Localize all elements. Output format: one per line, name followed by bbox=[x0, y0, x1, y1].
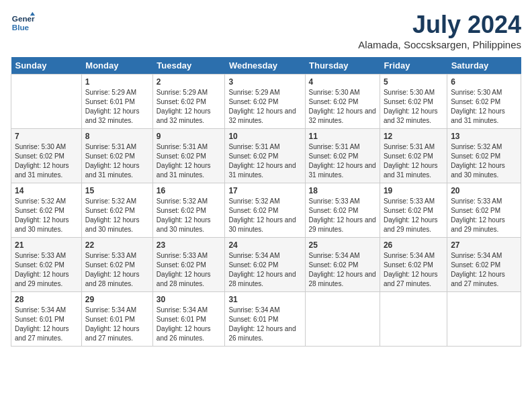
day-number: 24 bbox=[228, 240, 301, 250]
sunrise: Sunrise: 5:31 AM bbox=[384, 143, 435, 150]
day-cell: 3 Sunrise: 5:29 AM Sunset: 6:02 PM Dayli… bbox=[225, 75, 305, 129]
sunrise: Sunrise: 5:34 AM bbox=[228, 252, 279, 259]
sunset: Sunset: 6:02 PM bbox=[15, 152, 64, 160]
day-cell: 6 Sunrise: 5:30 AM Sunset: 6:02 PM Dayli… bbox=[447, 75, 521, 129]
day-number: 5 bbox=[384, 77, 443, 87]
day-cell: 22 Sunrise: 5:33 AM Sunset: 6:02 PM Dayl… bbox=[81, 238, 152, 292]
sunrise: Sunrise: 5:34 AM bbox=[309, 252, 360, 259]
sunset: Sunset: 6:02 PM bbox=[384, 261, 433, 269]
day-info: Sunrise: 5:29 AM Sunset: 6:01 PM Dayligh… bbox=[85, 88, 149, 126]
sunset: Sunset: 6:02 PM bbox=[309, 98, 359, 105]
sunrise: Sunrise: 5:30 AM bbox=[451, 89, 502, 96]
daylight: Daylight: 12 hours and 28 minutes. bbox=[157, 271, 211, 287]
day-number: 11 bbox=[309, 132, 376, 141]
day-info: Sunrise: 5:31 AM Sunset: 6:02 PM Dayligh… bbox=[85, 142, 149, 180]
day-cell: 31 Sunrise: 5:34 AM Sunset: 6:01 PM Dayl… bbox=[225, 292, 305, 347]
sunset: Sunset: 6:02 PM bbox=[157, 98, 206, 105]
day-number: 10 bbox=[228, 132, 301, 141]
calendar-table: SundayMondayTuesdayWednesdayThursdayFrid… bbox=[11, 57, 521, 347]
day-number: 3 bbox=[228, 77, 301, 87]
day-info: Sunrise: 5:33 AM Sunset: 6:02 PM Dayligh… bbox=[15, 251, 78, 289]
daylight: Daylight: 12 hours and 27 minutes. bbox=[85, 325, 140, 342]
sunset: Sunset: 6:01 PM bbox=[85, 316, 135, 323]
day-number: 2 bbox=[157, 77, 222, 87]
daylight: Daylight: 12 hours and 28 minutes. bbox=[309, 271, 376, 287]
day-header-saturday: Saturday bbox=[447, 57, 521, 75]
day-cell: 16 Sunrise: 5:32 AM Sunset: 6:02 PM Dayl… bbox=[152, 183, 225, 238]
day-header-friday: Friday bbox=[380, 57, 447, 75]
day-number: 9 bbox=[157, 132, 222, 141]
day-number: 13 bbox=[451, 132, 517, 141]
day-info: Sunrise: 5:29 AM Sunset: 6:02 PM Dayligh… bbox=[228, 88, 301, 126]
sunrise: Sunrise: 5:31 AM bbox=[157, 143, 208, 150]
sunrise: Sunrise: 5:33 AM bbox=[309, 197, 360, 205]
sunrise: Sunrise: 5:33 AM bbox=[157, 252, 208, 259]
day-info: Sunrise: 5:34 AM Sunset: 6:02 PM Dayligh… bbox=[309, 251, 376, 289]
sunrise: Sunrise: 5:29 AM bbox=[85, 89, 136, 96]
sunset: Sunset: 6:02 PM bbox=[228, 152, 278, 160]
sunrise: Sunrise: 5:33 AM bbox=[85, 252, 136, 259]
day-info: Sunrise: 5:32 AM Sunset: 6:02 PM Dayligh… bbox=[228, 197, 301, 234]
day-cell: 5 Sunrise: 5:30 AM Sunset: 6:02 PM Dayli… bbox=[380, 75, 447, 129]
sunset: Sunset: 6:02 PM bbox=[451, 152, 500, 160]
day-number: 14 bbox=[15, 186, 78, 195]
day-cell: 9 Sunrise: 5:31 AM Sunset: 6:02 PM Dayli… bbox=[152, 129, 225, 183]
sunset: Sunset: 6:02 PM bbox=[451, 261, 500, 269]
sunset: Sunset: 6:02 PM bbox=[309, 261, 359, 269]
day-header-wednesday: Wednesday bbox=[225, 57, 305, 75]
day-cell: 19 Sunrise: 5:33 AM Sunset: 6:02 PM Dayl… bbox=[380, 183, 447, 238]
sunrise: Sunrise: 5:33 AM bbox=[451, 197, 502, 205]
day-cell bbox=[305, 292, 380, 347]
sunset: Sunset: 6:02 PM bbox=[451, 98, 500, 105]
day-info: Sunrise: 5:31 AM Sunset: 6:02 PM Dayligh… bbox=[309, 142, 376, 180]
day-number: 12 bbox=[384, 132, 443, 141]
day-header-tuesday: Tuesday bbox=[152, 57, 225, 75]
day-cell: 15 Sunrise: 5:32 AM Sunset: 6:02 PM Dayl… bbox=[81, 183, 152, 238]
daylight: Daylight: 12 hours and 32 minutes. bbox=[228, 107, 296, 124]
daylight: Daylight: 12 hours and 30 minutes. bbox=[451, 162, 505, 179]
day-number: 16 bbox=[157, 186, 222, 195]
sunset: Sunset: 6:02 PM bbox=[85, 261, 135, 269]
daylight: Daylight: 12 hours and 30 minutes. bbox=[157, 216, 211, 233]
day-cell: 12 Sunrise: 5:31 AM Sunset: 6:02 PM Dayl… bbox=[380, 129, 447, 183]
day-cell: 25 Sunrise: 5:34 AM Sunset: 6:02 PM Dayl… bbox=[305, 238, 380, 292]
sunset: Sunset: 6:02 PM bbox=[384, 207, 433, 214]
daylight: Daylight: 12 hours and 32 minutes. bbox=[309, 107, 376, 124]
week-row-1: 1 Sunrise: 5:29 AM Sunset: 6:01 PM Dayli… bbox=[11, 75, 521, 129]
day-info: Sunrise: 5:34 AM Sunset: 6:02 PM Dayligh… bbox=[451, 251, 517, 289]
sunset: Sunset: 6:02 PM bbox=[228, 261, 278, 269]
sunset: Sunset: 6:01 PM bbox=[15, 316, 64, 323]
daylight: Daylight: 12 hours and 31 minutes. bbox=[451, 107, 505, 124]
daylight: Daylight: 12 hours and 27 minutes. bbox=[451, 271, 505, 287]
sunset: Sunset: 6:02 PM bbox=[309, 207, 359, 214]
day-cell: 11 Sunrise: 5:31 AM Sunset: 6:02 PM Dayl… bbox=[305, 129, 380, 183]
daylight: Daylight: 12 hours and 32 minutes. bbox=[384, 107, 438, 124]
daylight: Daylight: 12 hours and 26 minutes. bbox=[157, 325, 211, 342]
daylight: Daylight: 12 hours and 31 minutes. bbox=[15, 162, 69, 179]
sunset: Sunset: 6:02 PM bbox=[157, 207, 206, 214]
day-number: 4 bbox=[309, 77, 376, 87]
day-cell: 21 Sunrise: 5:33 AM Sunset: 6:02 PM Dayl… bbox=[11, 238, 82, 292]
day-header-sunday: Sunday bbox=[11, 57, 82, 75]
day-info: Sunrise: 5:34 AM Sunset: 6:01 PM Dayligh… bbox=[157, 306, 222, 343]
day-number: 27 bbox=[451, 240, 517, 250]
daylight: Daylight: 12 hours and 27 minutes. bbox=[384, 271, 438, 287]
day-cell bbox=[11, 75, 82, 129]
day-cell: 20 Sunrise: 5:33 AM Sunset: 6:02 PM Dayl… bbox=[447, 183, 521, 238]
sunrise: Sunrise: 5:32 AM bbox=[85, 197, 136, 205]
daylight: Daylight: 12 hours and 31 minutes. bbox=[228, 162, 296, 179]
day-number: 25 bbox=[309, 240, 376, 250]
day-number: 29 bbox=[85, 295, 149, 304]
daylight: Daylight: 12 hours and 29 minutes. bbox=[384, 216, 438, 233]
day-number: 1 bbox=[85, 77, 149, 87]
daylight: Daylight: 12 hours and 29 minutes. bbox=[15, 271, 69, 287]
day-cell: 23 Sunrise: 5:33 AM Sunset: 6:02 PM Dayl… bbox=[152, 238, 225, 292]
day-info: Sunrise: 5:33 AM Sunset: 6:02 PM Dayligh… bbox=[451, 197, 517, 234]
day-info: Sunrise: 5:31 AM Sunset: 6:02 PM Dayligh… bbox=[157, 142, 222, 180]
title-section: July 2024 Alamada, Soccsksargen, Philipp… bbox=[358, 11, 521, 50]
sunrise: Sunrise: 5:33 AM bbox=[15, 252, 66, 259]
sunset: Sunset: 6:02 PM bbox=[85, 207, 135, 214]
day-cell: 4 Sunrise: 5:30 AM Sunset: 6:02 PM Dayli… bbox=[305, 75, 380, 129]
day-cell: 8 Sunrise: 5:31 AM Sunset: 6:02 PM Dayli… bbox=[81, 129, 152, 183]
day-number: 20 bbox=[451, 186, 517, 195]
